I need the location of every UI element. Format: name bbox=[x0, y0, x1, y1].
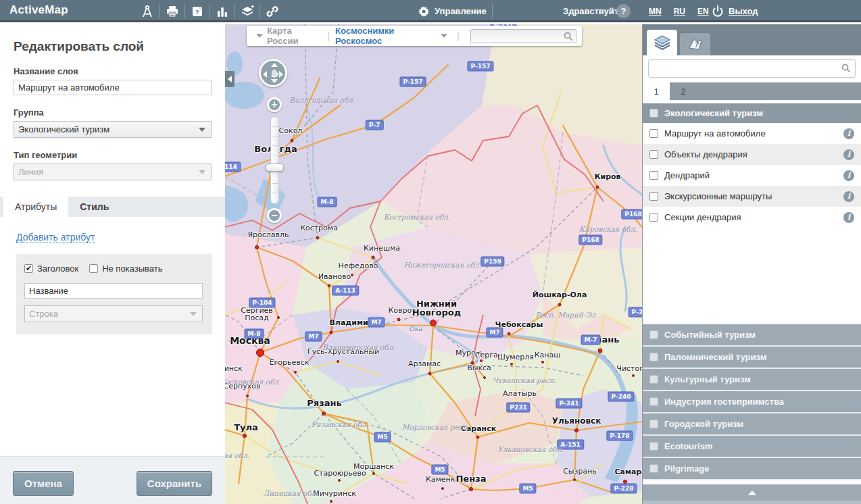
layer-row[interactable]: Экскурсионные маршрутыi bbox=[643, 186, 861, 207]
group-row[interactable]: Событийный туризм bbox=[643, 324, 861, 347]
group-checkbox[interactable] bbox=[649, 397, 658, 406]
management-button[interactable]: Управление bbox=[418, 0, 487, 22]
map-pan-control[interactable] bbox=[259, 59, 287, 87]
header-checkbox-label: Заголовок bbox=[37, 263, 78, 274]
map-city-dot bbox=[372, 472, 375, 475]
chevron-down-icon[interactable] bbox=[256, 34, 263, 38]
layer-checkbox[interactable] bbox=[649, 213, 658, 222]
group-row[interactable]: Культурный туризм bbox=[643, 369, 861, 391]
info-icon[interactable]: i bbox=[843, 149, 854, 160]
layers-search-input[interactable] bbox=[649, 60, 855, 77]
page-tab-1[interactable]: 1 bbox=[643, 82, 670, 100]
map-search-input[interactable] bbox=[471, 30, 576, 43]
search-icon[interactable] bbox=[841, 64, 851, 73]
layer-row[interactable]: Секции дендрарияi bbox=[643, 207, 861, 228]
zoom-in-button[interactable]: + bbox=[267, 97, 282, 112]
cancel-button[interactable]: Отмена bbox=[14, 472, 73, 495]
info-icon[interactable]: i bbox=[843, 170, 854, 181]
map-road-badge: А-113 bbox=[332, 286, 359, 296]
group-checkbox[interactable] bbox=[649, 109, 658, 118]
add-attribute-link[interactable]: Добавить атрибут bbox=[16, 232, 95, 243]
group-checkbox[interactable] bbox=[649, 442, 658, 451]
map-road-badge: М-8 bbox=[245, 329, 264, 339]
help-button[interactable]: ? bbox=[616, 4, 631, 18]
save-button[interactable]: Сохранить bbox=[137, 472, 212, 495]
pan-left-icon[interactable] bbox=[263, 71, 267, 78]
layer-name-input[interactable] bbox=[14, 80, 212, 95]
active-layer-switch[interactable]: Космоснимки Роскосмос bbox=[335, 26, 437, 46]
report-icon[interactable]: ? bbox=[185, 0, 210, 22]
group-checkbox[interactable] bbox=[649, 464, 658, 473]
map-city-dot bbox=[337, 360, 339, 363]
measure-icon[interactable] bbox=[135, 0, 159, 22]
language-link-mn[interactable]: MN bbox=[649, 7, 662, 16]
group-select[interactable]: Экологический туризм bbox=[14, 121, 212, 138]
group-row[interactable]: Паломнический туризм bbox=[643, 347, 861, 369]
map-road-badge: А-114 bbox=[225, 162, 241, 172]
info-icon[interactable]: i bbox=[843, 191, 854, 202]
language-link-en[interactable]: EN bbox=[697, 7, 709, 16]
collapse-left-panel-button[interactable] bbox=[225, 71, 235, 87]
group-checkbox[interactable] bbox=[649, 353, 658, 361]
add-layer-icon[interactable]: + bbox=[235, 0, 260, 22]
map-city-label: СергиевПосад bbox=[241, 307, 273, 322]
link-icon[interactable] bbox=[260, 0, 285, 22]
chevron-down-icon[interactable] bbox=[441, 34, 447, 38]
map-region-label: Липецкая обл. bbox=[263, 489, 318, 497]
map-city-label: Сызрань bbox=[563, 468, 597, 475]
group-label: Ecotourism bbox=[664, 441, 713, 451]
layer-row[interactable]: Дендрарийi bbox=[643, 165, 861, 186]
map-city-dot bbox=[483, 376, 486, 379]
svg-text:?: ? bbox=[195, 9, 199, 16]
layer-row[interactable]: Маршрут на автомобилеi bbox=[643, 123, 861, 144]
layer-checkbox[interactable] bbox=[649, 171, 658, 180]
group-checkbox[interactable] bbox=[649, 420, 658, 428]
chevron-down-icon bbox=[199, 170, 205, 174]
attribute-name-input[interactable] bbox=[24, 283, 203, 299]
map-city-label: Ульяновск bbox=[552, 417, 601, 425]
pan-down-icon[interactable] bbox=[271, 79, 278, 83]
tab-legend[interactable]: ? bbox=[680, 33, 710, 55]
base-layer-switch[interactable]: Карта России bbox=[267, 26, 322, 46]
tab-layers[interactable] bbox=[647, 30, 677, 55]
layer-row[interactable]: Объекты дендрарияi bbox=[643, 144, 861, 165]
geometry-select-value: Линия bbox=[18, 167, 43, 177]
stats-icon[interactable] bbox=[210, 0, 235, 22]
zoom-slider-handle[interactable] bbox=[266, 163, 284, 172]
map-city-label: Кострома bbox=[300, 224, 338, 232]
geometry-type-select: Линия bbox=[14, 163, 212, 180]
map-city-dot bbox=[294, 371, 297, 374]
group-row[interactable]: Индустрия гостеприимства bbox=[643, 391, 861, 413]
map-region-label: Респ. Марий-Эл bbox=[536, 311, 596, 319]
tab-attributes[interactable]: Атрибуты bbox=[3, 197, 68, 217]
group-checkbox[interactable] bbox=[649, 330, 658, 339]
layer-checkbox[interactable] bbox=[649, 129, 658, 138]
svg-text:+: + bbox=[251, 4, 254, 10]
layer-checkbox[interactable] bbox=[649, 150, 658, 159]
header-checkbox[interactable] bbox=[24, 264, 33, 273]
collapse-panel-button[interactable] bbox=[643, 484, 861, 501]
info-icon[interactable]: i bbox=[843, 128, 854, 139]
app-logo: ActiveMap bbox=[9, 3, 68, 17]
info-icon[interactable]: i bbox=[843, 212, 854, 223]
edit-layer-panel: Редактировать слой Название слоя Группа … bbox=[0, 24, 225, 504]
layer-checkbox[interactable] bbox=[649, 192, 658, 201]
group-row[interactable]: Pilgrimage bbox=[643, 458, 861, 480]
tab-style[interactable]: Стиль bbox=[68, 197, 120, 217]
language-link-ru[interactable]: RU bbox=[674, 7, 685, 16]
group-row[interactable]: Ecotourism bbox=[643, 436, 861, 458]
hide-checkbox[interactable] bbox=[89, 264, 98, 273]
zoom-slider-track[interactable] bbox=[270, 116, 279, 204]
logout-button[interactable]: Выход bbox=[711, 0, 758, 22]
group-checkbox[interactable] bbox=[649, 375, 658, 384]
map-city-label: Самара bbox=[614, 468, 642, 476]
group-header-ecotourism[interactable]: Экологический туризм bbox=[643, 103, 861, 123]
print-icon[interactable] bbox=[160, 0, 184, 22]
panel-title: Редактировать слой bbox=[14, 39, 225, 54]
map-canvas[interactable]: СоколВологдаКировКостромаЯрославльКинешм… bbox=[225, 24, 642, 504]
map-region-label: Кировская обл. bbox=[579, 225, 637, 233]
zoom-out-button[interactable]: − bbox=[267, 208, 282, 223]
group-row[interactable]: Городской туризм bbox=[643, 413, 861, 436]
page-tab-2[interactable]: 2 bbox=[670, 82, 697, 100]
search-icon[interactable] bbox=[564, 32, 573, 41]
